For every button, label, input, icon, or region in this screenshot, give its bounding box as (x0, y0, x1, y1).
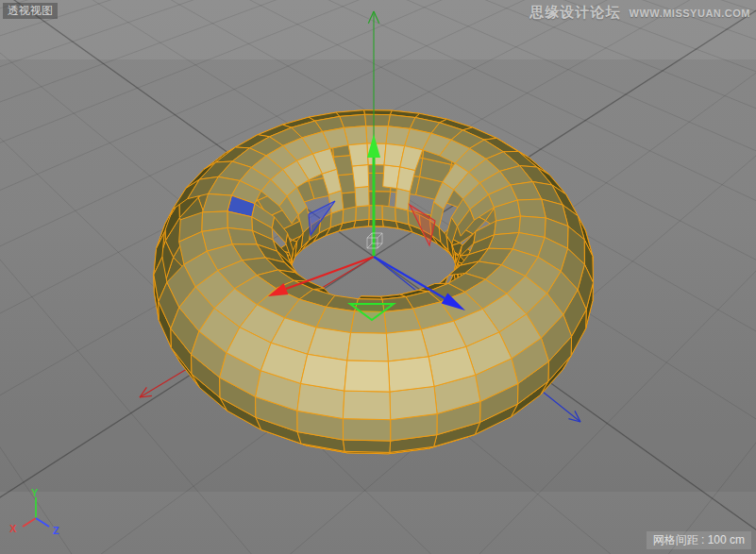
view-label: 透视视图 (3, 3, 58, 19)
watermark: 思缘设计论坛 WWW.MISSYUAN.COM (530, 4, 750, 22)
watermark-site-name: 思缘设计论坛 (530, 4, 621, 22)
watermark-url: WWW.MISSYUAN.COM (630, 8, 750, 19)
grid-spacing-label: 网格间距 : 100 cm (647, 531, 751, 549)
perspective-scene[interactable] (0, 0, 756, 554)
viewport-3d[interactable]: 透视视图 思缘设计论坛 WWW.MISSYUAN.COM 网格间距 : 100 … (0, 0, 756, 554)
